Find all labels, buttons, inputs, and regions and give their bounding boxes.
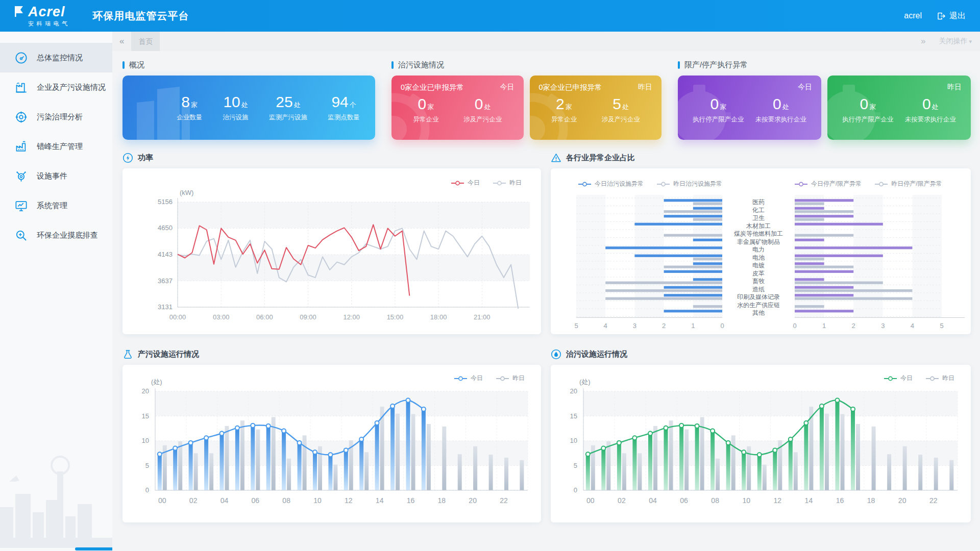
sidebar-item-system-management[interactable]: 系统管理 xyxy=(0,191,112,220)
sidebar-item-label: 错峰生产管理 xyxy=(37,142,83,152)
svg-text:4: 4 xyxy=(911,322,914,330)
svg-text:1: 1 xyxy=(822,322,826,330)
stat-value: 94 xyxy=(331,93,348,110)
stat: 25处监测产污设施 xyxy=(269,93,307,122)
legend-item[interactable]: 今日停产/限产异常 xyxy=(795,180,862,188)
logo-text: Acrel xyxy=(28,5,70,19)
treatment-chart-section: 治污设施运行情况 今日昨日 05101520(处)000204060810121… xyxy=(551,346,971,522)
svg-text:皮革: 皮革 xyxy=(752,270,765,277)
scroll-tabs-left-button[interactable]: « xyxy=(112,36,131,46)
stat: 0处未按要求执行企业 xyxy=(755,95,806,124)
stat-label: 监测产污设施 xyxy=(269,113,307,122)
scroll-tabs-right-button[interactable]: » xyxy=(910,36,937,46)
stat-label: 治污设施 xyxy=(223,113,249,122)
target-icon xyxy=(14,110,28,124)
inspect-icon xyxy=(14,229,28,242)
legend-item[interactable]: 昨日停产/限产异常 xyxy=(875,180,942,188)
svg-text:21:00: 21:00 xyxy=(474,313,491,321)
svg-text:04: 04 xyxy=(220,496,229,505)
stat-value: 0 xyxy=(773,95,781,112)
legend-item[interactable]: 昨日治污设施异常 xyxy=(657,180,722,188)
stat-unit: 家 xyxy=(191,101,198,109)
sidebar-item-enterprise-inspection[interactable]: 环保企业摸底排查 xyxy=(0,220,112,250)
svg-text:22: 22 xyxy=(500,496,508,505)
device-icon xyxy=(14,169,28,183)
legend-marker-icon xyxy=(875,182,888,187)
industry-panel-title: 各行业异常企业占比 xyxy=(566,153,635,163)
legend-label: 今日 xyxy=(900,374,913,383)
tab-home[interactable]: 首页 xyxy=(131,32,160,51)
stat-value: 8 xyxy=(181,93,190,110)
stat-unit: 个 xyxy=(350,101,356,109)
stat-value: 25 xyxy=(276,93,292,110)
industry-treatment-legend: 今日治污设施异常昨日治污设施异常 xyxy=(578,180,722,188)
sidebar-item-peak-production[interactable]: 错峰生产管理 xyxy=(0,132,112,161)
svg-text:5156: 5156 xyxy=(158,198,173,206)
stat: 0处未按要求执行企业 xyxy=(905,95,956,124)
svg-text:14: 14 xyxy=(376,496,384,505)
app-header: Acrel 安科瑞电气 环保用电监管云平台 acrel 退出 xyxy=(0,0,980,32)
logo-subtext: 安科瑞电气 xyxy=(28,21,70,27)
legend-item[interactable]: 昨日 xyxy=(926,374,954,383)
close-operations-dropdown[interactable]: 关闭操作▾ xyxy=(939,37,972,46)
legend-item[interactable]: 今日 xyxy=(884,374,913,383)
stat: 10处治污设施 xyxy=(223,93,249,122)
legend-marker-icon xyxy=(454,376,468,381)
logout-button[interactable]: 退出 xyxy=(937,11,966,21)
stat-label: 未按要求执行企业 xyxy=(905,115,956,124)
sidebar-item-label: 企业及产污设施情况 xyxy=(37,83,106,92)
legend-label: 昨日 xyxy=(509,179,522,187)
legend-item[interactable]: 今日治污设施异常 xyxy=(578,180,644,188)
svg-text:18: 18 xyxy=(867,496,875,505)
stat-unit: 处 xyxy=(294,101,301,109)
legend-item[interactable]: 昨日 xyxy=(496,374,525,383)
svg-text:4650: 4650 xyxy=(158,224,173,232)
legend-item[interactable]: 今日 xyxy=(451,179,480,187)
legend-item[interactable]: 今日 xyxy=(454,374,483,383)
sidebar-item-overall-monitor[interactable]: 总体监控情况 xyxy=(0,43,112,72)
industry-chart-section: 各行业异常企业占比 今日治污设施异常昨日治污设施异常 今日停产/限产异常昨日停产… xyxy=(551,150,971,334)
svg-text:畜牧: 畜牧 xyxy=(752,278,765,285)
legend-label: 今日停产/限产异常 xyxy=(811,180,862,188)
section-accent-bar xyxy=(391,61,394,69)
chevron-down-icon: ▾ xyxy=(969,38,972,44)
legend-item[interactable]: 昨日 xyxy=(493,179,522,187)
stat-label: 异常企业 xyxy=(551,115,577,124)
svg-text:1: 1 xyxy=(691,322,695,330)
svg-text:12:00: 12:00 xyxy=(343,313,360,321)
svg-text:木材加工: 木材加工 xyxy=(746,222,771,230)
production-chart-legend: 今日昨日 xyxy=(454,374,525,383)
svg-text:医药: 医药 xyxy=(752,198,765,206)
legend-marker-icon xyxy=(578,182,592,187)
stat-label: 异常企业 xyxy=(413,115,438,124)
username[interactable]: acrel xyxy=(904,11,922,20)
card-day-badge: 昨日 xyxy=(638,83,652,92)
svg-text:18:00: 18:00 xyxy=(430,313,447,321)
card-day-badge: 今日 xyxy=(500,83,514,92)
svg-text:08: 08 xyxy=(711,496,719,505)
sidebar-item-enterprise-facilities[interactable]: 企业及产污设施情况 xyxy=(0,72,112,102)
svg-text:15:00: 15:00 xyxy=(387,313,404,321)
production-panel-title: 产污设施运行情况 xyxy=(138,349,199,359)
sidebar-item-pollution-analysis[interactable]: 污染治理分析 xyxy=(0,102,112,132)
svg-text:电力: 电力 xyxy=(752,246,765,253)
legend-label: 昨日治污设施异常 xyxy=(673,180,722,188)
treatment-bar-chart: 05101520(处)000204060810121416182022 xyxy=(551,365,971,522)
city-skyline-decoration xyxy=(0,451,112,548)
sidebar-item-facility-events[interactable]: 设施事件 xyxy=(0,161,112,191)
legend-label: 昨日 xyxy=(512,374,525,383)
svg-text:12: 12 xyxy=(345,496,353,505)
peak-icon xyxy=(14,140,28,154)
svg-text:5: 5 xyxy=(145,462,149,469)
svg-text:3637: 3637 xyxy=(158,277,173,285)
industry-limit-legend: 今日停产/限产异常昨日停产/限产异常 xyxy=(795,180,942,188)
svg-text:电池: 电池 xyxy=(752,254,765,261)
stat-value: 0 xyxy=(922,95,931,112)
warning-triangle-icon xyxy=(551,153,561,163)
power-chart-legend: 今日昨日 xyxy=(451,179,522,187)
stat-value: 2 xyxy=(556,95,565,112)
horizontal-scrollbar-thumb[interactable] xyxy=(75,547,112,550)
svg-text:10: 10 xyxy=(142,437,149,444)
limit-status-section: 限产/停产执行异常 今日0家执行停产限产企业0处未按要求执行企业昨日0家执行停产… xyxy=(678,58,971,140)
svg-text:10: 10 xyxy=(742,496,750,505)
